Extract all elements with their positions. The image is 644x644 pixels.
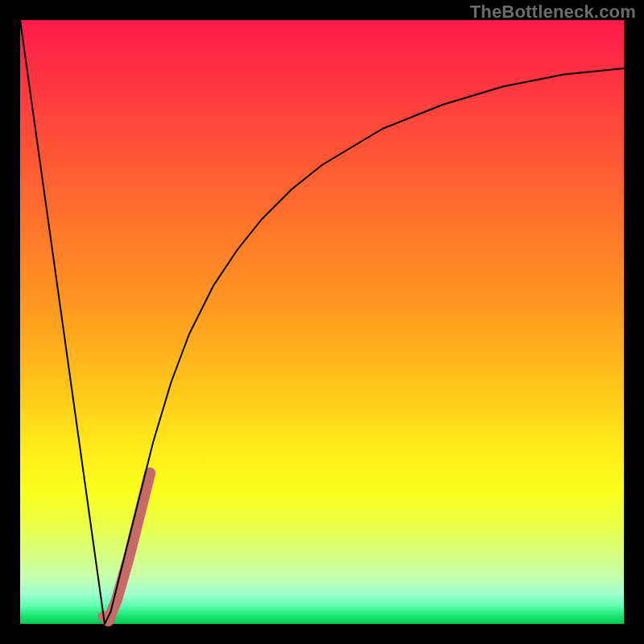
watermark-text: TheBottleneck.com: [470, 2, 636, 23]
chart-svg-layer: [20, 20, 624, 624]
chart-outer-frame: TheBottleneck.com: [0, 0, 644, 644]
main-curve: [20, 20, 624, 624]
